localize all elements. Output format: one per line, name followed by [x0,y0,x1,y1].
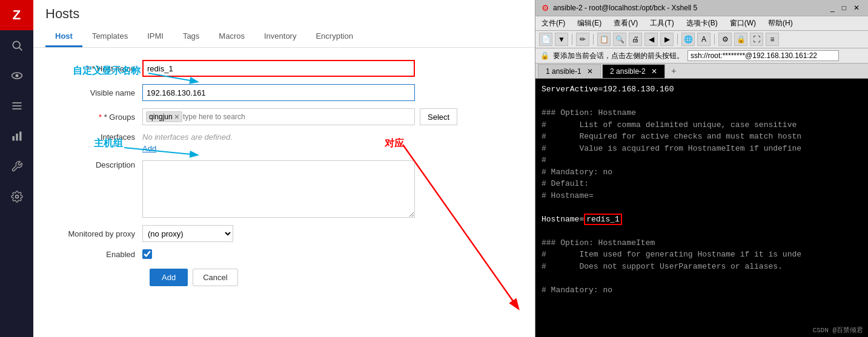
groups-tag-remove[interactable]: × [174,113,179,121]
toolbar-btn-4[interactable]: 📋 [597,33,611,46]
maximize-button[interactable]: □ [840,4,849,12]
terminal-controls: _ □ ✕ [828,4,862,12]
new-tab-button[interactable]: + [666,64,681,78]
menu-view[interactable]: 查看(V) [608,16,644,30]
visible-name-row: Visible name [51,84,517,101]
sidebar-logo[interactable]: Z [0,0,33,30]
menu-edit[interactable]: 编辑(E) [571,16,608,30]
toolbar-btn-10[interactable]: A [697,33,711,46]
tab-2-label: 2 ansible-2 [610,67,646,76]
address-input[interactable] [687,50,839,61]
interfaces-row: Interfaces No interfaces are defined. Ad… [51,133,517,153]
toolbar-btn-7[interactable]: ◀ [644,33,658,46]
menu-tools[interactable]: 工具(T) [644,16,680,30]
tab-templates[interactable]: Templates [82,27,137,47]
visible-name-input[interactable] [142,84,415,101]
description-textarea[interactable] [142,160,415,218]
terminal-line-18: # Mandatory: no [542,284,862,296]
svg-line-1 [19,48,22,51]
menu-options[interactable]: 选项卡(B) [680,16,724,30]
groups-tag[interactable]: qingjun × [146,111,182,122]
tab-1-close[interactable]: ✕ [587,67,593,76]
toolbar-btn-12[interactable]: 🔒 [734,33,747,46]
toolbar-btn-8[interactable]: ▶ [660,33,674,46]
svg-rect-7 [12,136,14,141]
proxy-select[interactable]: (no proxy) [142,225,233,242]
terminal-icon: ⚙ [542,3,549,13]
proxy-row: Monitored by proxy (no proxy) [51,225,517,242]
toolbar-btn-9[interactable]: 🌐 [681,33,695,46]
terminal-menubar: 文件(F) 编辑(E) 查看(V) 工具(T) 选项卡(B) 窗口(W) 帮助(… [535,16,868,31]
action-buttons: Add Cancel [150,269,517,286]
tab-inventory[interactable]: Inventory [254,27,306,47]
terminal-line-14: ### Option: HostnameItem [542,237,862,249]
interfaces-label: Interfaces [51,133,142,142]
menu-window[interactable]: 窗口(W) [724,16,762,30]
no-interfaces-text: No interfaces are defined. [142,133,233,142]
terminal-line-17 [542,272,862,284]
terminal-titlebar: ⚙ ansible-2 - root@localhost:/opt/bck - … [535,0,868,16]
svg-point-3 [15,74,18,77]
terminal-tab-2[interactable]: 2 ansible-2 ✕ [602,64,665,78]
svg-rect-9 [19,132,21,141]
host-name-input[interactable] [142,60,415,77]
menu-help[interactable]: 帮助(H) [762,16,799,30]
select-button[interactable]: Select [420,108,457,125]
tab-tags[interactable]: Tags [173,27,209,47]
sidebar-item-search[interactable] [5,33,29,57]
tab-macros[interactable]: Macros [209,27,254,47]
sidebar-item-eye[interactable] [5,64,29,88]
toolbar-btn-3[interactable]: ✏ [576,33,589,46]
svg-rect-4 [12,102,21,103]
toolbar-btn-13[interactable]: ⛶ [750,33,763,46]
toolbar-btn-14[interactable]: ≡ [766,33,779,46]
interfaces-add-link[interactable]: Add [142,144,233,153]
terminal-line-16: # Does not support UserParameters or ali… [542,261,862,273]
groups-search-input[interactable] [183,113,256,121]
sidebar-item-charts[interactable] [5,124,29,148]
minimize-button[interactable]: _ [828,4,837,12]
toolbar-btn-2[interactable]: ▼ [555,33,568,46]
svg-rect-5 [12,105,21,106]
terminal-line-1: ServerActive=192.168.130.160 [542,83,862,96]
cancel-button[interactable]: Cancel [193,269,237,286]
tab-encryption[interactable]: Encryption [306,27,362,47]
terminal-line-13 [542,225,862,237]
description-row: Description [51,160,517,218]
page-title: Hosts [45,6,523,22]
terminal-toolbar: 📄 ▼ ✏ 📋 🔍 🖨 ◀ ▶ 🌐 A ⚙ 🔒 ⛶ ≡ [535,31,868,48]
groups-label: * Groups [51,113,142,122]
toolbar-divider-3 [677,34,678,45]
terminal-tabs: 1 ansible-1 ✕ 2 ansible-2 ✕ + [535,64,868,79]
svg-rect-8 [16,134,18,141]
terminal-line-10: # Hostname= [542,190,862,202]
sidebar-item-config[interactable] [5,185,29,209]
address-hint: 要添加当前会话，点击左侧的箭头按钮。 [553,51,684,61]
terminal-line-15: # Item used for generating Hostname if i… [542,249,862,261]
terminal-address-bar: 🔒 要添加当前会话，点击左侧的箭头按钮。 [535,48,868,64]
terminal-body: ServerActive=192.168.130.160 ### Option:… [535,79,868,337]
sidebar-item-list[interactable] [5,94,29,118]
add-button[interactable]: Add [150,269,188,286]
interfaces-content: No interfaces are defined. Add [142,133,233,153]
tab-2-close[interactable]: ✕ [651,67,657,76]
sidebar-item-tools[interactable] [5,154,29,178]
toolbar-btn-1[interactable]: 📄 [539,33,552,46]
terminal-line-3: ### Option: Hostname [542,107,862,119]
tab-host[interactable]: Host [45,27,82,47]
toolbar-btn-5[interactable]: 🔍 [613,33,626,46]
groups-container[interactable]: qingjun × [142,108,415,125]
terminal-line-6: # Value is acquired from HostnameItem if… [542,143,862,155]
visible-name-label: Visible name [51,88,142,97]
form-area: * Host name Visible name * Groups qingju… [33,48,535,337]
svg-point-0 [13,41,20,48]
toolbar-btn-11[interactable]: ⚙ [718,33,732,46]
tab-ipmi[interactable]: IPMI [137,27,173,47]
enabled-checkbox[interactable] [142,249,152,259]
toolbar-btn-6[interactable]: 🖨 [629,33,642,46]
close-button[interactable]: ✕ [851,4,862,12]
menu-file[interactable]: 文件(F) [535,16,571,30]
terminal-tab-1[interactable]: 1 ansible-1 ✕ [538,64,601,78]
host-name-label: * Host name [51,64,142,73]
terminal-panel: ⚙ ansible-2 - root@localhost:/opt/bck - … [535,0,868,337]
